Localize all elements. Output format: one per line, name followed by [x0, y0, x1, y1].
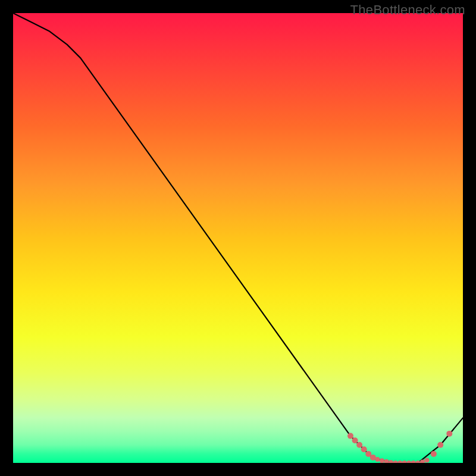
marker-point [375, 457, 380, 462]
marker-point [370, 455, 376, 461]
marker-point [425, 458, 430, 463]
watermark-text: TheBottleneck.com [350, 2, 465, 18]
marker-point [384, 459, 389, 463]
marker-point [352, 437, 358, 443]
marker-point [347, 433, 353, 439]
highlight-markers [347, 431, 452, 463]
marker-point [411, 461, 416, 463]
chart-svg [13, 13, 463, 463]
marker-point [437, 442, 443, 448]
marker-point [356, 442, 362, 448]
marker-point [446, 431, 452, 437]
marker-point [389, 460, 393, 463]
bottleneck-curve [13, 13, 463, 463]
marker-point [380, 458, 384, 463]
marker-point [397, 461, 402, 463]
marker-point [406, 461, 411, 463]
chart-plot-area [13, 13, 463, 463]
marker-point [393, 461, 398, 463]
marker-point [431, 451, 437, 457]
marker-point [402, 461, 407, 463]
marker-point [361, 446, 367, 452]
